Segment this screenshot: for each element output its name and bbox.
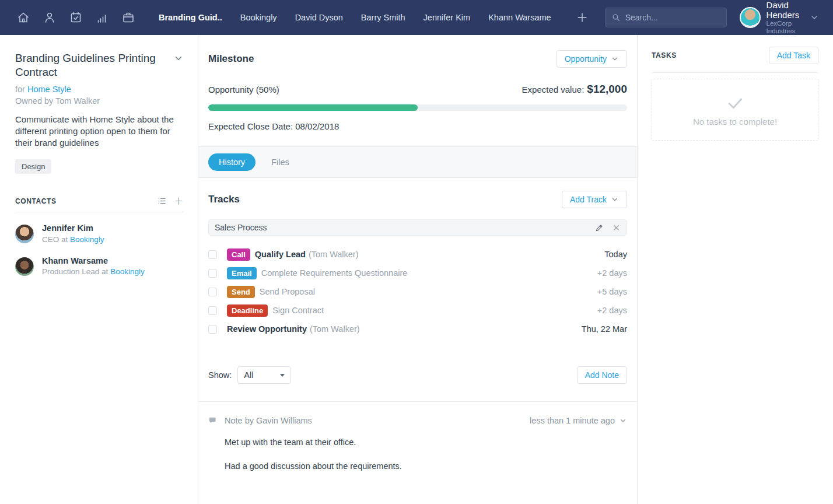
nav-icon-group xyxy=(16,10,135,24)
search-input[interactable] xyxy=(625,13,720,22)
history-files-tabbar: History Files xyxy=(198,147,637,178)
deal-options-chevron-icon[interactable] xyxy=(173,53,184,64)
milestone-section: Milestone Opportunity Opportunity (50%) … xyxy=(198,35,637,147)
nav-tab-bookingly[interactable]: Bookingly xyxy=(240,13,277,22)
task-checkbox[interactable] xyxy=(208,250,217,259)
task-title[interactable]: Review Opportunity xyxy=(227,324,307,334)
track-task-row: Email Complete Requirements Questionnair… xyxy=(208,264,627,282)
show-filter-label: Show: xyxy=(208,370,232,380)
contact-avatar[interactable] xyxy=(15,225,34,243)
contact-row[interactable]: Khann Warsame Production Lead at Booking… xyxy=(15,256,184,278)
task-assignee: (Tom Walker) xyxy=(310,324,360,334)
tab-history[interactable]: History xyxy=(208,153,256,171)
user-menu-chevron-icon[interactable] xyxy=(810,13,819,22)
user-menu[interactable]: David Henders LexCorp Industries xyxy=(740,0,800,35)
chevron-down-icon xyxy=(611,195,619,204)
task-checkbox[interactable] xyxy=(208,269,217,278)
track-task-row: Send Send Proposal +5 days xyxy=(208,282,627,301)
tasks-empty-state: No tasks to complete! xyxy=(652,79,818,141)
task-title[interactable]: Send Proposal xyxy=(260,287,315,296)
user-org: LexCorp Industries xyxy=(766,20,800,35)
add-task-button[interactable]: Add Task xyxy=(769,47,818,64)
search-icon xyxy=(611,13,621,22)
contact-role: Production Lead at Bookingly xyxy=(42,267,145,277)
task-checkbox[interactable] xyxy=(208,325,217,334)
contact-list-icon[interactable] xyxy=(157,196,167,206)
note-timestamp[interactable]: less than 1 minute ago xyxy=(530,416,627,425)
expected-value-label: Expected value: xyxy=(522,85,584,94)
contact-name[interactable]: Jennifer Kim xyxy=(42,223,104,235)
note-entry: Note by Gavin Williams less than 1 minut… xyxy=(198,402,637,485)
probability-label: Opportunity (50%) xyxy=(208,85,522,94)
search-box[interactable] xyxy=(605,8,727,27)
note-body: Met up with the team at their office. Ha… xyxy=(225,438,627,471)
edit-track-icon[interactable] xyxy=(595,223,604,232)
deal-for-line: for Home Style xyxy=(15,85,184,94)
show-filter-select[interactable]: All xyxy=(237,366,291,384)
note-paragraph: Had a good discussion about the requirem… xyxy=(225,461,627,471)
company-link[interactable]: Bookingly xyxy=(70,235,104,244)
note-header: Note by Gavin Williams xyxy=(225,416,312,425)
expected-close-date: Expected Close Date: 08/02/2018 xyxy=(208,121,627,131)
main-content: Milestone Opportunity Opportunity (50%) … xyxy=(198,35,637,504)
track-task-row: Deadline Sign Contract +2 days xyxy=(208,301,627,320)
nav-tab-barry-smith[interactable]: Barry Smith xyxy=(361,13,405,22)
cases-icon[interactable] xyxy=(121,10,135,24)
reports-icon[interactable] xyxy=(95,10,109,24)
contact-row[interactable]: Jennifer Kim CEO at Bookingly xyxy=(15,223,184,245)
task-badge-email: Email xyxy=(227,267,257,279)
chevron-down-icon xyxy=(611,55,619,63)
add-track-button[interactable]: Add Track xyxy=(562,191,627,208)
add-track-label: Add Track xyxy=(570,195,607,204)
calendar-icon[interactable] xyxy=(69,10,83,24)
deal-title: Branding Guidelines Printing Contract xyxy=(15,51,173,79)
add-note-button[interactable]: Add Note xyxy=(577,366,627,384)
task-title[interactable]: Sign Contract xyxy=(272,306,324,315)
contact-avatar[interactable] xyxy=(15,257,34,276)
contact-role: CEO at Bookingly xyxy=(42,235,104,245)
task-assignee: (Tom Walker) xyxy=(309,250,359,259)
task-checkbox[interactable] xyxy=(208,306,217,315)
tracks-title: Tracks xyxy=(208,194,562,205)
task-title[interactable]: Complete Requirements Questionnaire xyxy=(261,268,408,278)
task-due: Today xyxy=(604,250,627,259)
milestone-title: Milestone xyxy=(208,53,556,65)
contacts-divider xyxy=(15,212,184,212)
tag-design[interactable]: Design xyxy=(15,159,51,174)
delete-track-icon[interactable] xyxy=(612,223,621,232)
milestone-dropdown-label: Opportunity xyxy=(565,54,607,64)
deal-sidebar: Branding Guidelines Printing Contract fo… xyxy=(0,35,198,504)
task-title[interactable]: Qualify Lead xyxy=(255,250,306,259)
milestone-dropdown-button[interactable]: Opportunity xyxy=(556,50,627,68)
add-contact-icon[interactable] xyxy=(174,196,184,206)
add-new-icon[interactable] xyxy=(576,11,589,24)
user-name: David Henders xyxy=(766,0,800,20)
organisation-link[interactable]: Home Style xyxy=(27,85,71,94)
track-task-row: Call Qualify Lead (Tom Walker) Today xyxy=(208,245,627,264)
progress-bar-fill xyxy=(208,104,418,111)
expected-value: $12,000 xyxy=(587,83,627,96)
task-badge-call: Call xyxy=(227,249,250,261)
at-text: at xyxy=(61,235,68,244)
note-expand-chevron-icon[interactable] xyxy=(619,416,627,425)
nav-tab-jennifer-kim[interactable]: Jennifer Kim xyxy=(424,13,471,22)
tasks-empty-message: No tasks to complete! xyxy=(693,117,777,127)
contact-name[interactable]: Khann Warsame xyxy=(42,256,145,267)
role-text: Production Lead xyxy=(42,267,99,276)
track-name: Sales Process xyxy=(215,223,587,232)
company-link[interactable]: Bookingly xyxy=(110,267,145,276)
task-due: +2 days xyxy=(597,306,627,315)
contacts-header: CONTACTS xyxy=(15,197,150,205)
nav-tab-david-dyson[interactable]: David Dyson xyxy=(295,13,343,22)
nav-tab-branding[interactable]: Branding Guid.. xyxy=(159,13,222,22)
task-checkbox[interactable] xyxy=(208,288,217,296)
tab-files[interactable]: Files xyxy=(271,158,289,167)
user-avatar[interactable] xyxy=(740,7,761,28)
top-navbar: Branding Guid.. Bookingly David Dyson Ba… xyxy=(0,0,833,35)
tasks-divider xyxy=(652,72,818,73)
nav-tab-khann-warsame[interactable]: Khann Warsame xyxy=(488,13,551,22)
contacts-icon[interactable] xyxy=(43,10,57,24)
task-due: +5 days xyxy=(597,287,627,296)
home-icon[interactable] xyxy=(16,10,30,24)
task-badge-deadline: Deadline xyxy=(227,304,268,317)
